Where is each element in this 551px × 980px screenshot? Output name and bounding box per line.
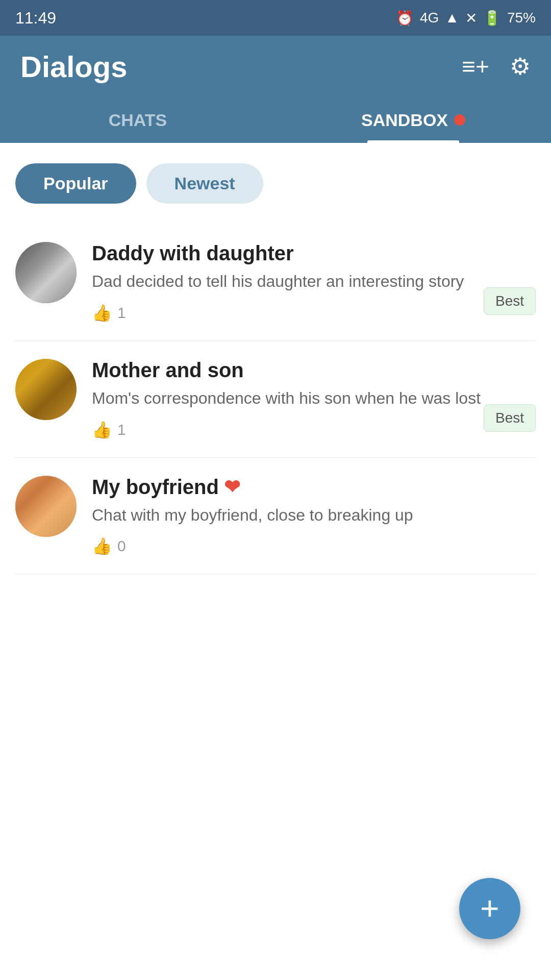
- status-icons: ⏰ 4G ▲ ✕ 🔋 75%: [396, 10, 536, 27]
- tab-chats-label: CHATS: [109, 110, 167, 130]
- chat-title-my-boyfriend: My boyfriend ❤: [92, 476, 536, 499]
- chat-item-mother-son[interactable]: Mother and son Mom's correspondence with…: [15, 341, 536, 458]
- settings-icon[interactable]: ⚙: [510, 53, 531, 80]
- chat-body-my-boyfriend: My boyfriend ❤ Chat with my boyfriend, c…: [92, 476, 536, 556]
- avatar-daddy-daughter: [15, 242, 77, 303]
- avatar-mother-son: [15, 359, 77, 420]
- heart-icon: ❤: [224, 476, 240, 498]
- chat-desc-my-boyfriend: Chat with my boyfriend, close to breakin…: [92, 504, 536, 527]
- sandbox-badge: [454, 114, 465, 126]
- likes-count: 0: [117, 537, 126, 555]
- popular-filter-button[interactable]: Popular: [15, 163, 136, 204]
- header-actions: ≡+ ⚙: [462, 53, 531, 80]
- tab-sandbox-label: SANDBOX: [361, 110, 448, 130]
- chat-desc-mother-son: Mom's correspondence with his son when h…: [92, 387, 536, 410]
- battery-label: 75%: [507, 10, 536, 26]
- tab-sandbox[interactable]: SANDBOX: [276, 97, 551, 143]
- chat-desc-daddy-daughter: Dad decided to tell his daughter an inte…: [92, 270, 536, 293]
- chat-item-daddy-daughter[interactable]: Daddy with daughter Dad decided to tell …: [15, 224, 536, 341]
- main-content: Popular Newest Daddy with daughter Dad d…: [0, 143, 551, 980]
- chat-title-mother-son: Mother and son: [92, 359, 536, 382]
- chat-likes-mother-son: 👍 1: [92, 420, 536, 439]
- add-chat-icon[interactable]: ≡+: [462, 53, 489, 80]
- signal-icon: ▲: [445, 10, 459, 26]
- best-badge-daddy-daughter: Best: [484, 287, 536, 315]
- thumb-icon: 👍: [92, 536, 112, 556]
- chat-body-daddy-daughter: Daddy with daughter Dad decided to tell …: [92, 242, 536, 323]
- fab-add-button[interactable]: +: [459, 878, 520, 939]
- avatar-my-boyfriend: [15, 476, 77, 537]
- best-badge-mother-son: Best: [484, 404, 536, 432]
- chat-item-my-boyfriend[interactable]: My boyfriend ❤ Chat with my boyfriend, c…: [15, 458, 536, 575]
- network-label: 4G: [420, 10, 439, 26]
- chat-title-daddy-daughter: Daddy with daughter: [92, 242, 536, 265]
- fab-plus-icon: +: [480, 892, 499, 925]
- chat-body-mother-son: Mother and son Mom's correspondence with…: [92, 359, 536, 439]
- thumb-icon: 👍: [92, 303, 112, 323]
- status-bar: 11:49 ⏰ 4G ▲ ✕ 🔋 75%: [0, 0, 551, 36]
- chat-likes-daddy-daughter: 👍 1: [92, 303, 536, 323]
- page-title: Dialogs: [20, 50, 128, 84]
- thumb-icon: 👍: [92, 420, 112, 439]
- newest-filter-button[interactable]: Newest: [146, 163, 263, 204]
- likes-count: 1: [117, 421, 126, 438]
- tab-bar: CHATS SANDBOX: [0, 97, 551, 143]
- alarm-icon: ⏰: [396, 10, 414, 27]
- likes-count: 1: [117, 304, 126, 322]
- chat-likes-my-boyfriend: 👍 0: [92, 536, 536, 556]
- filter-bar: Popular Newest: [15, 163, 536, 204]
- app-header: Dialogs ≡+ ⚙: [0, 36, 551, 97]
- status-time: 11:49: [15, 9, 56, 28]
- battery-icon: 🔋: [483, 10, 501, 27]
- tab-chats[interactable]: CHATS: [0, 97, 276, 143]
- signal-x-icon: ✕: [465, 10, 477, 27]
